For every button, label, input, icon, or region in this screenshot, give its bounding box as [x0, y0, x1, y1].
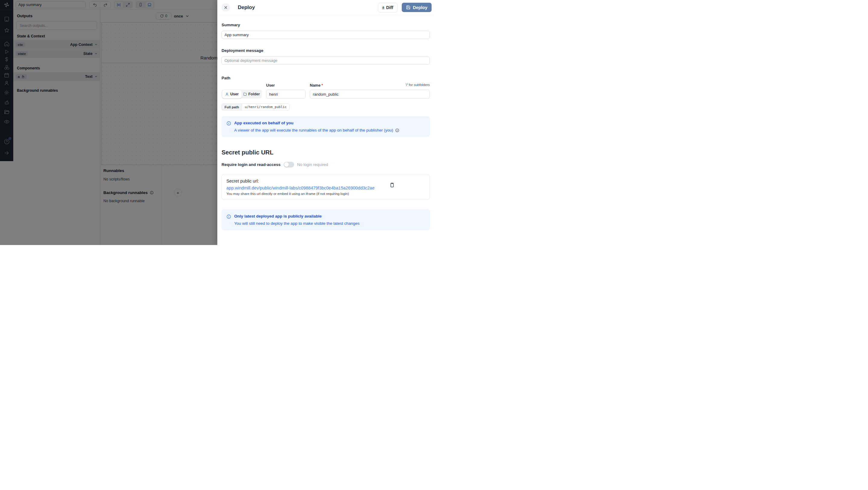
secret-public-url-heading: Secret public URL	[221, 149, 430, 156]
user-icon	[225, 92, 229, 96]
deploy-button[interactable]: Deploy	[402, 3, 432, 12]
path-controls: User Folder User	[221, 83, 430, 99]
full-path-label: Full path	[221, 104, 242, 110]
copy-url-button[interactable]	[390, 182, 395, 188]
deployment-message-input[interactable]	[221, 56, 430, 64]
close-icon	[224, 5, 228, 10]
full-path-row: Full path u/henri/random_public	[221, 104, 430, 110]
secret-url-label: Secret public url:	[226, 179, 425, 183]
user-field-label: User	[266, 83, 306, 87]
owner-user-option[interactable]: User	[222, 90, 242, 98]
require-login-label: Require login and read-access	[221, 162, 281, 167]
folder-icon	[243, 92, 247, 96]
deploy-drawer: Deploy ± Diff Deploy Summary Deployment …	[217, 0, 434, 245]
full-path-value: u/henri/random_public	[242, 104, 290, 110]
drawer-title: Deploy	[238, 4, 255, 10]
infobox-title: Only latest deployed app is publicly ava…	[234, 214, 360, 219]
summary-label: Summary	[221, 23, 430, 27]
diff-button[interactable]: ± Diff	[378, 3, 398, 12]
secret-url-note: You may share this url directly or embed…	[226, 192, 425, 196]
login-toggle-state-label: No login required	[297, 162, 328, 167]
secret-url-card: Secret public url: app.windmill.dev/publ…	[221, 174, 430, 200]
owner-kind-toggle: User Folder	[221, 90, 262, 99]
clipboard-icon	[390, 182, 395, 188]
drawer-header: Deploy ± Diff Deploy	[217, 0, 434, 15]
info-icon[interactable]	[395, 128, 399, 133]
required-asterisk: *	[321, 83, 323, 87]
secret-url-link[interactable]: app.windmill.dev/public/windmill-labs/c0…	[226, 185, 375, 191]
infobox-title: App executed on behalf of you	[234, 121, 399, 125]
owner-folder-option[interactable]: Folder	[242, 90, 261, 98]
drawer-body: Summary Deployment message Path User	[217, 23, 434, 230]
latest-deployed-infobox: Only latest deployed app is publicly ava…	[221, 209, 430, 230]
app-window: Outputs State & Context ctx App Context	[0, 0, 434, 245]
require-login-toggle[interactable]	[284, 162, 294, 168]
name-field-label: Name* '/' for subfolders	[310, 83, 430, 87]
toggle-knob	[284, 162, 289, 167]
info-icon	[226, 214, 231, 226]
save-icon	[406, 5, 410, 10]
infobox-body: You will still need to deploy the app to…	[234, 221, 360, 226]
infobox-body: A viewer of the app will execute the run…	[234, 128, 393, 133]
summary-input[interactable]	[221, 31, 430, 39]
close-drawer-button[interactable]	[221, 3, 230, 12]
deployment-message-label: Deployment message	[221, 48, 430, 53]
executed-on-behalf-infobox: App executed on behalf of you A viewer o…	[221, 116, 430, 137]
info-icon	[226, 121, 231, 133]
user-field[interactable]	[266, 90, 306, 99]
name-field[interactable]	[310, 90, 430, 99]
path-label: Path	[221, 76, 430, 80]
subfolder-hint: '/' for subfolders	[406, 83, 430, 87]
plus-minus-icon: ±	[382, 5, 384, 10]
require-login-row: Require login and read-access No login r…	[221, 162, 430, 168]
